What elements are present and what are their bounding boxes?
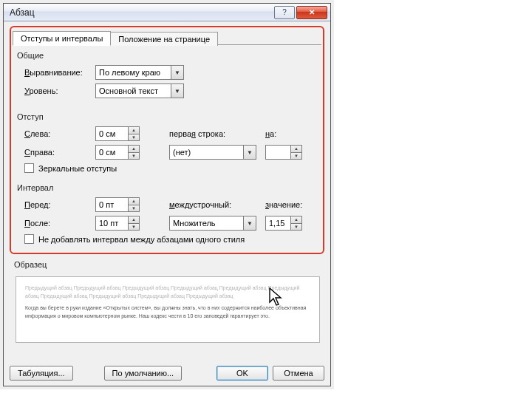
space-before-spinner[interactable]: 0 пт▲▼ — [95, 197, 140, 212]
section-general-title: Общие — [17, 51, 318, 60]
indent-left-label: Слева: — [24, 129, 95, 138]
first-line-label: первая строка: — [169, 129, 250, 138]
line-spacing-at-spinner[interactable]: 1,15▲▼ — [265, 216, 302, 231]
section-general: Общие Выравнивание: По левому краю▼ Уров… — [17, 51, 318, 99]
indent-right-label: Справа: — [24, 148, 95, 157]
tab-page-position[interactable]: Положение на странице — [110, 32, 218, 46]
chevron-down-icon[interactable]: ▼ — [243, 216, 256, 230]
cancel-button[interactable]: Отмена — [273, 366, 324, 381]
tab-indents-spacing[interactable]: Отступы и интервалы — [13, 31, 111, 46]
checkbox-icon — [24, 234, 34, 244]
section-spacing: Интервал Перед: 0 пт▲▼ междустрочный: зн… — [17, 183, 318, 244]
mirror-indents-checkbox[interactable]: Зеркальные отступы — [24, 163, 318, 173]
section-preview: Образец Предыдущий абзац Предыдущий абза… — [14, 260, 321, 343]
preview-label: Образец — [14, 260, 321, 269]
tabs-button[interactable]: Табуляция... — [10, 366, 73, 381]
ok-button[interactable]: OK — [216, 366, 268, 381]
close-button[interactable]: ✕ — [296, 6, 327, 19]
alignment-label: Выравнивание: — [24, 68, 95, 77]
chevron-down-icon[interactable]: ▼ — [171, 66, 183, 79]
outline-level-label: Уровень: — [24, 86, 95, 95]
line-spacing-at-label: значение: — [265, 200, 302, 209]
titlebar: Абзац ? ✕ — [4, 4, 330, 21]
checkbox-icon — [24, 163, 34, 173]
line-spacing-combo[interactable]: Множитель▼ — [169, 216, 256, 231]
highlight-annotation: Отступы и интервалы Положение на страниц… — [10, 26, 324, 254]
set-default-button[interactable]: По умолчанию... — [104, 366, 183, 381]
preview-box: Предыдущий абзац Предыдущий абзац Предыд… — [16, 276, 320, 343]
indent-by-label: на: — [265, 129, 276, 138]
space-after-spinner[interactable]: 10 пт▲▼ — [95, 216, 140, 231]
space-before-label: Перед: — [24, 200, 95, 209]
section-indent: Отступ Слева: 0 см▲▼ первая строка: на: … — [17, 112, 318, 173]
first-line-combo[interactable]: (нет)▼ — [169, 145, 256, 160]
line-spacing-label: междустрочный: — [169, 200, 250, 209]
dialog-footer: Табуляция... По умолчанию... OK Отмена — [10, 366, 324, 381]
outline-level-combo[interactable]: Основной текст▼ — [95, 83, 184, 98]
indent-left-spinner[interactable]: 0 см▲▼ — [95, 126, 140, 141]
alignment-combo[interactable]: По левому краю▼ — [95, 65, 184, 80]
tab-strip: Отступы и интервалы Положение на страниц… — [13, 29, 321, 45]
indent-right-spinner[interactable]: 0 см▲▼ — [95, 145, 140, 160]
no-space-same-style-checkbox[interactable]: Не добавлять интервал между абзацами одн… — [24, 234, 318, 244]
indent-by-spinner[interactable]: ▲▼ — [265, 145, 302, 160]
chevron-down-icon[interactable]: ▼ — [243, 146, 256, 159]
paragraph-dialog: Абзац ? ✕ Отступы и интервалы Положение … — [3, 3, 331, 386]
dialog-title: Абзац — [10, 7, 273, 18]
space-after-label: После: — [24, 219, 95, 228]
help-button[interactable]: ? — [274, 6, 295, 19]
section-indent-title: Отступ — [17, 112, 318, 121]
chevron-down-icon[interactable]: ▼ — [171, 84, 183, 98]
section-spacing-title: Интервал — [17, 183, 318, 192]
